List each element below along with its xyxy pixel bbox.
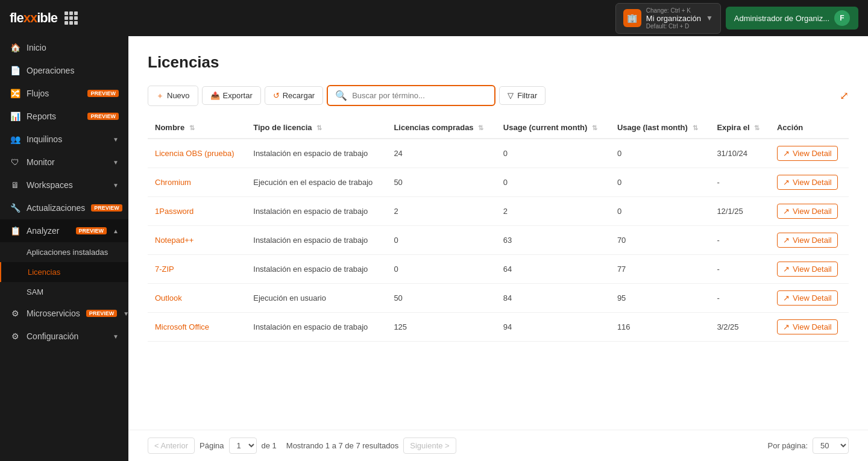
next-button[interactable]: Siguiente > (403, 437, 456, 454)
sidebar-item-reports[interactable]: 📊 Reports PREVIEW (0, 105, 128, 128)
view-detail-button-1[interactable]: ↗ View Detail (777, 175, 838, 190)
cell-expira-4: - (709, 255, 770, 284)
col-nombre[interactable]: Nombre ⇅ (148, 117, 246, 139)
cell-expira-2: 12/1/25 (709, 197, 770, 226)
sidebar-item-aplicaciones[interactable]: Aplicaciones instaladas (0, 242, 128, 262)
nuevo-label: Nuevo (167, 91, 190, 100)
sidebar-item-inicio[interactable]: 🏠 Inicio (0, 36, 128, 59)
cell-usage-last-1: 0 (610, 168, 710, 197)
col-usage-current[interactable]: Usage (current month) ⇅ (496, 117, 610, 139)
cell-nombre-0[interactable]: Licencia OBS (prueba) (148, 139, 246, 168)
exportar-button[interactable]: 📤 Exportar (202, 86, 261, 105)
pagination: < Anterior Página 1 de 1 Mostrando 1 a 7… (128, 430, 868, 461)
nuevo-button[interactable]: ＋ Nuevo (148, 86, 198, 106)
sidebar-item-actualizaciones[interactable]: 🔧 Actualizaciones PREVIEW ▼ (0, 196, 128, 219)
microservicios-preview-badge: PREVIEW (86, 310, 118, 317)
external-link-icon-3: ↗ (783, 236, 790, 245)
view-detail-button-6[interactable]: ↗ View Detail (777, 319, 838, 334)
view-detail-button-0[interactable]: ↗ View Detail (777, 146, 838, 161)
table-body: Licencia OBS (prueba) Instalación en esp… (148, 139, 849, 342)
col-usage-current-label: Usage (current month) (503, 123, 587, 132)
workspaces-icon: 🖥 (10, 180, 20, 190)
view-detail-button-2[interactable]: ↗ View Detail (777, 204, 838, 219)
view-detail-button-5[interactable]: ↗ View Detail (777, 290, 838, 306)
sidebar-item-licencias[interactable]: Licencias (0, 262, 128, 282)
monitor-icon: 🛡 (10, 157, 20, 168)
expand-button[interactable]: ⤢ (840, 89, 849, 102)
table-row: 1Password Instalación en espacio de trab… (148, 197, 849, 226)
col-accion-label: Acción (777, 123, 803, 132)
prev-button[interactable]: < Anterior (148, 437, 195, 454)
search-input[interactable] (352, 91, 487, 100)
col-compradas[interactable]: Licencias compradas ⇅ (386, 117, 495, 139)
content-area: Licencias ＋ Nuevo 📤 Exportar ↺ Recargar … (128, 36, 868, 430)
configuracion-chevron: ▼ (113, 333, 119, 340)
analyzer-chevron: ▲ (113, 228, 119, 234)
table-row: Outlook Ejecución en usuario 50 84 95 - … (148, 284, 849, 313)
grid-icon[interactable] (64, 11, 78, 25)
topbar: flexxible 🏢 Change: Ctrl + K Mi organiza… (0, 0, 868, 36)
cell-tipo-6: Instalación en espacio de trabajo (246, 313, 386, 342)
org-icon: 🏢 (623, 9, 641, 27)
cell-tipo-3: Instalación en espacio de trabajo (246, 226, 386, 255)
col-tipo-label: Tipo de licencia (253, 123, 312, 132)
cell-accion-5: ↗ View Detail (770, 284, 849, 313)
cell-nombre-4[interactable]: 7-ZIP (148, 255, 246, 284)
sidebar-item-sam[interactable]: SAM (0, 282, 128, 302)
per-page-select[interactable]: 50 25 100 (813, 437, 849, 454)
cell-compradas-5: 50 (386, 284, 495, 313)
view-detail-button-3[interactable]: ↗ View Detail (777, 233, 838, 248)
sidebar-item-operaciones[interactable]: 📄 Operaciones (0, 59, 128, 82)
external-link-icon-0: ↗ (783, 149, 790, 158)
sidebar-item-workspaces[interactable]: 🖥 Workspaces ▼ (0, 174, 128, 196)
col-expira-label: Expira el (717, 123, 749, 132)
org-shortcut-default: Default: Ctrl + D (646, 23, 701, 30)
sidebar-item-configuracion[interactable]: ⚙ Configuración ▼ (0, 325, 128, 348)
sidebar-label-operaciones: Operaciones (27, 66, 119, 75)
cell-nombre-6[interactable]: Microsoft Office (148, 313, 246, 342)
cell-accion-6: ↗ View Detail (770, 313, 849, 342)
main-content: Licencias ＋ Nuevo 📤 Exportar ↺ Recargar … (128, 36, 868, 461)
cell-compradas-4: 0 (386, 255, 495, 284)
filtrar-button[interactable]: ▽ Filtrar (499, 86, 546, 105)
cell-tipo-2: Instalación en espacio de trabajo (246, 197, 386, 226)
layout: 🏠 Inicio 📄 Operaciones 🔀 Flujos PREVIEW … (0, 36, 868, 461)
cell-nombre-3[interactable]: Notepad++ (148, 226, 246, 255)
view-detail-button-4[interactable]: ↗ View Detail (777, 262, 838, 277)
sidebar-label-inicio: Inicio (27, 43, 119, 52)
col-tipo[interactable]: Tipo de licencia ⇅ (246, 117, 386, 139)
sidebar-label-workspaces: Workspaces (27, 180, 107, 190)
org-selector[interactable]: 🏢 Change: Ctrl + K Mi organización Defau… (615, 3, 721, 34)
admin-badge[interactable]: Administrador de Organiz... F (726, 7, 858, 30)
sidebar-label-aplicaciones: Aplicaciones instaladas (27, 248, 108, 257)
sidebar-item-microservicios[interactable]: ⚙ Microservicios PREVIEW ▼ (0, 302, 128, 325)
home-icon: 🏠 (10, 42, 20, 53)
cell-usage-last-5: 95 (610, 284, 710, 313)
col-usage-last[interactable]: Usage (last month) ⇅ (610, 117, 710, 139)
cell-usage-last-3: 70 (610, 226, 710, 255)
col-expira[interactable]: Expira el ⇅ (709, 117, 770, 139)
plus-icon: ＋ (156, 90, 164, 101)
sidebar-label-flujos: Flujos (27, 89, 81, 98)
cell-nombre-1[interactable]: Chromium (148, 168, 246, 197)
search-box[interactable]: 🔍 (327, 85, 495, 106)
cell-usage-last-0: 0 (610, 139, 710, 168)
sidebar-item-analyzer[interactable]: 📋 Analyzer PREVIEW ▲ (0, 219, 128, 242)
recargar-button[interactable]: ↺ Recargar (265, 86, 323, 105)
sidebar-label-monitor: Monitor (27, 157, 107, 167)
reload-icon: ↺ (273, 91, 280, 100)
filter-icon: ▽ (508, 91, 514, 100)
sidebar: 🏠 Inicio 📄 Operaciones 🔀 Flujos PREVIEW … (0, 36, 128, 461)
cell-nombre-5[interactable]: Outlook (148, 284, 246, 313)
page-select[interactable]: 1 (229, 437, 257, 454)
sidebar-item-inquilinos[interactable]: 👥 Inquilinos ▼ (0, 128, 128, 151)
cell-usage-current-3: 63 (496, 226, 610, 255)
sidebar-item-monitor[interactable]: 🛡 Monitor ▼ (0, 151, 128, 174)
topbar-right: 🏢 Change: Ctrl + K Mi organización Defau… (615, 3, 858, 34)
sidebar-label-microservicios: Microservicios (27, 309, 80, 318)
sidebar-item-flujos[interactable]: 🔀 Flujos PREVIEW (0, 82, 128, 105)
of-label: de 1 (262, 441, 277, 450)
page-label: Página (200, 441, 224, 450)
sort-tipo: ⇅ (316, 124, 322, 131)
cell-nombre-2[interactable]: 1Password (148, 197, 246, 226)
